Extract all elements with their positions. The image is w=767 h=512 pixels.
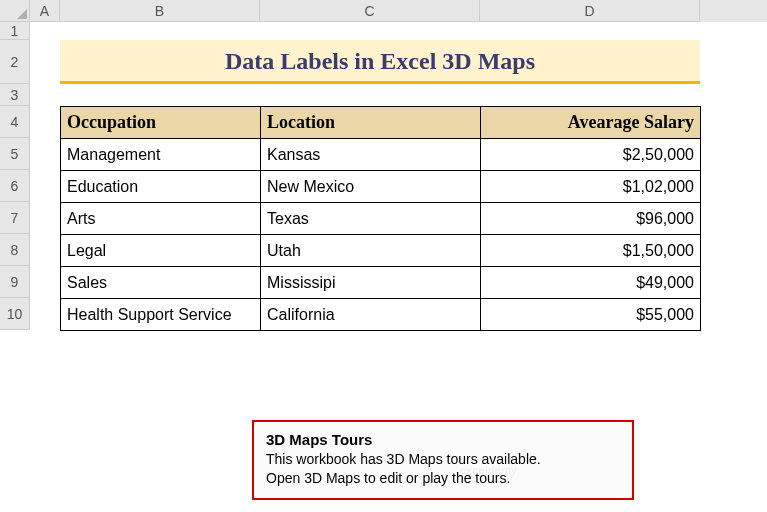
table-header-row: Occupation Location Avearage Salary xyxy=(61,107,701,139)
cell-location[interactable]: California xyxy=(261,299,481,331)
table-row: Sales Mississipi $49,000 xyxy=(61,267,701,299)
row-header-6[interactable]: 6 xyxy=(0,170,30,202)
cell-location[interactable]: Mississipi xyxy=(261,267,481,299)
callout-line2: Open 3D Maps to edit or play the tours. xyxy=(266,469,620,488)
col-header-b[interactable]: B xyxy=(60,0,260,22)
cell-salary[interactable]: $2,50,000 xyxy=(481,139,701,171)
cell-location[interactable]: Kansas xyxy=(261,139,481,171)
row-header-8[interactable]: 8 xyxy=(0,234,30,266)
cell-location[interactable]: Utah xyxy=(261,235,481,267)
maps-tours-callout: 3D Maps Tours This workbook has 3D Maps … xyxy=(252,420,634,500)
row-headers: 1 2 3 4 5 6 7 8 9 10 xyxy=(0,22,30,330)
header-salary[interactable]: Avearage Salary xyxy=(481,107,701,139)
cell-salary[interactable]: $96,000 xyxy=(481,203,701,235)
cell-occupation[interactable]: Legal xyxy=(61,235,261,267)
col-header-c[interactable]: C xyxy=(260,0,480,22)
row-header-1[interactable]: 1 xyxy=(0,22,30,40)
cell-salary[interactable]: $1,02,000 xyxy=(481,171,701,203)
cell-occupation[interactable]: Management xyxy=(61,139,261,171)
table-row: Legal Utah $1,50,000 xyxy=(61,235,701,267)
col-header-d[interactable]: D xyxy=(480,0,700,22)
spreadsheet: A B C D 1 2 3 4 5 6 7 8 9 10 Data Labels… xyxy=(0,0,767,512)
col-header-a[interactable]: A xyxy=(30,0,60,22)
row-header-10[interactable]: 10 xyxy=(0,298,30,330)
cells-area[interactable]: Data Labels in Excel 3D Maps Occupation … xyxy=(30,22,767,330)
cell-occupation[interactable]: Arts xyxy=(61,203,261,235)
header-occupation[interactable]: Occupation xyxy=(61,107,261,139)
column-headers: A B C D xyxy=(0,0,767,22)
row-header-9[interactable]: 9 xyxy=(0,266,30,298)
row-header-2[interactable]: 2 xyxy=(0,40,30,84)
row-header-5[interactable]: 5 xyxy=(0,138,30,170)
cell-location[interactable]: New Mexico xyxy=(261,171,481,203)
data-table: Occupation Location Avearage Salary Mana… xyxy=(60,106,701,331)
row-header-4[interactable]: 4 xyxy=(0,106,30,138)
cell-salary[interactable]: $1,50,000 xyxy=(481,235,701,267)
cell-salary[interactable]: $55,000 xyxy=(481,299,701,331)
row-header-3[interactable]: 3 xyxy=(0,84,30,106)
table-row: Education New Mexico $1,02,000 xyxy=(61,171,701,203)
cell-occupation[interactable]: Education xyxy=(61,171,261,203)
page-title: Data Labels in Excel 3D Maps xyxy=(60,40,700,84)
callout-title: 3D Maps Tours xyxy=(266,430,620,450)
callout-line1: This workbook has 3D Maps tours availabl… xyxy=(266,450,620,469)
row-header-7[interactable]: 7 xyxy=(0,202,30,234)
cell-location[interactable]: Texas xyxy=(261,203,481,235)
header-location[interactable]: Location xyxy=(261,107,481,139)
cell-occupation[interactable]: Health Support Service xyxy=(61,299,261,331)
table-row: Management Kansas $2,50,000 xyxy=(61,139,701,171)
select-all-corner[interactable] xyxy=(0,0,30,22)
table-row: Health Support Service California $55,00… xyxy=(61,299,701,331)
table-row: Arts Texas $96,000 xyxy=(61,203,701,235)
cell-occupation[interactable]: Sales xyxy=(61,267,261,299)
cell-salary[interactable]: $49,000 xyxy=(481,267,701,299)
